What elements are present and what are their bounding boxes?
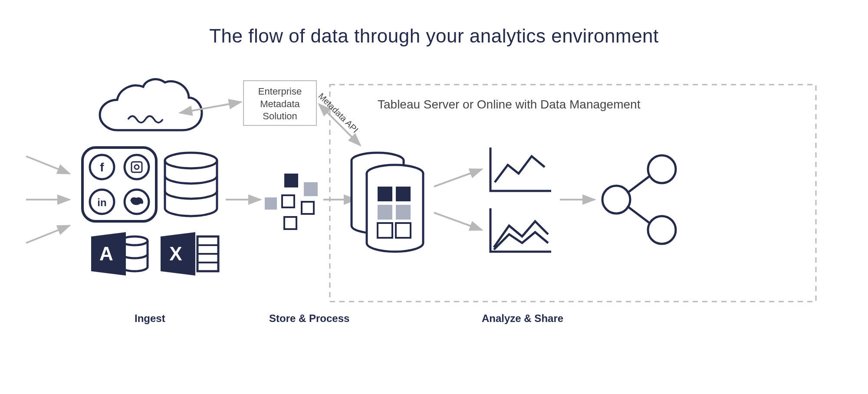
arrow-server-chart1 [434, 169, 482, 187]
database-icon [165, 153, 217, 216]
svg-point-28 [602, 186, 630, 213]
svg-rect-22 [396, 187, 411, 201]
svg-text:in: in [97, 197, 106, 208]
svg-rect-2 [132, 162, 142, 172]
arrow-server-chart2 [434, 213, 482, 230]
svg-rect-17 [302, 202, 314, 214]
line-chart-icon [490, 148, 551, 191]
social-icons-group: f in [82, 148, 156, 221]
instagram-icon [125, 155, 149, 179]
excel-icon: X [161, 232, 218, 276]
svg-point-3 [135, 165, 139, 169]
metadata-solution-box: Enterprise Metadata Solution [243, 80, 317, 126]
svg-text:A: A [99, 243, 113, 264]
stage-store-label: Store & Process [269, 312, 349, 325]
svg-line-31 [627, 206, 650, 223]
share-icon [602, 155, 676, 244]
svg-point-27 [648, 155, 676, 183]
tableau-server-icon [352, 153, 423, 252]
svg-point-29 [648, 216, 676, 244]
area-chart-icon [490, 208, 551, 252]
svg-rect-15 [265, 197, 277, 210]
arrow-incoming-1 [26, 156, 69, 174]
arrow-cloud-metadata [180, 102, 241, 113]
tableau-prep-icon [265, 174, 318, 229]
svg-rect-16 [282, 195, 294, 207]
svg-rect-21 [378, 187, 392, 201]
metadata-line2: Metadata [244, 98, 316, 111]
svg-rect-18 [284, 217, 296, 229]
svg-line-30 [627, 176, 650, 193]
arrow-incoming-3 [26, 226, 69, 243]
cloud-icon [100, 79, 202, 130]
access-icon: A [91, 232, 148, 276]
svg-rect-13 [284, 174, 298, 187]
svg-rect-23 [378, 205, 392, 220]
svg-text:f: f [100, 161, 104, 174]
metadata-line3: Solution [244, 110, 316, 123]
svg-rect-24 [396, 205, 411, 220]
server-panel-title: Tableau Server or Online with Data Manag… [378, 98, 640, 112]
svg-text:X: X [169, 243, 182, 264]
diagram-canvas: f in A X [0, 0, 868, 394]
svg-rect-14 [304, 182, 318, 196]
stage-ingest-label: Ingest [135, 312, 165, 325]
svg-point-5 [165, 153, 217, 168]
stage-analyze-label: Analyze & Share [482, 312, 563, 325]
metadata-line1: Enterprise [244, 85, 316, 98]
